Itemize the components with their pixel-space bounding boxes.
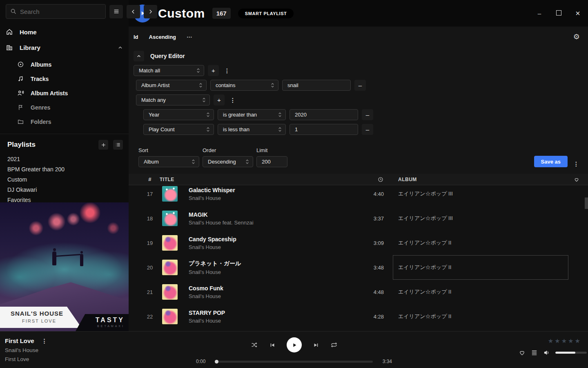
nav-back-button[interactable]	[127, 5, 140, 18]
add-playlist-button[interactable]	[98, 140, 108, 150]
rule-field-select[interactable]: Album Artist	[136, 80, 207, 91]
star-1[interactable]: ★	[548, 337, 555, 344]
seek-thumb[interactable]	[215, 360, 218, 364]
playlist-header: Custom 167 SMART PLAYLIST – ✕	[129, 0, 588, 27]
add-rule-button[interactable]: +	[208, 65, 219, 76]
group-menu-button[interactable]: ⋮	[223, 67, 232, 74]
match-type-select[interactable]: Match any	[136, 94, 210, 105]
collapse-chevron-icon[interactable]	[118, 45, 123, 50]
column-favorite[interactable]	[568, 177, 585, 182]
column-duration[interactable]	[359, 177, 385, 182]
seek-bar[interactable]	[215, 361, 373, 363]
column-album[interactable]: ALBUM	[393, 177, 568, 182]
rule-operator-select[interactable]: contains	[210, 80, 278, 91]
rule-value-input[interactable]	[287, 82, 345, 88]
nav-forward-button[interactable]	[144, 5, 157, 18]
rule-value-input[interactable]	[295, 126, 353, 132]
playlist-item-dj-okawari[interactable]: DJ Okawari	[7, 184, 123, 195]
volume-slider[interactable]	[555, 352, 587, 354]
track-row[interactable]: 17 Galactic WhisperSnail's House 4:40 エイ…	[129, 185, 588, 206]
track-album[interactable]: エイリアン☆ポップ II	[393, 280, 568, 304]
track-duration: 4:48	[359, 289, 385, 295]
next-track-button[interactable]	[313, 342, 319, 348]
playlist-item-2021[interactable]: 2021	[7, 154, 123, 164]
sort-select[interactable]: Album	[138, 156, 199, 167]
track-album-focused[interactable]: エイリアン☆ポップ II	[393, 255, 568, 280]
queue-button[interactable]	[531, 349, 538, 356]
track-album-art	[162, 186, 178, 202]
search-box[interactable]	[6, 4, 106, 19]
select-chevrons-icon	[196, 68, 200, 73]
rule-value-input[interactable]	[295, 112, 353, 118]
previous-track-button[interactable]	[269, 342, 276, 348]
sort-direction-button[interactable]: Ascending	[149, 34, 176, 40]
heart-icon	[574, 177, 579, 182]
maximize-button[interactable]	[555, 10, 562, 17]
track-row[interactable]: 18 MAGIKSnail's House feat. Sennzai 3:37…	[129, 206, 588, 231]
remove-rule-button[interactable]: –	[354, 80, 366, 91]
shuffle-button[interactable]	[250, 341, 258, 348]
scrollbar-thumb[interactable]	[585, 197, 588, 209]
remove-rule-button[interactable]: –	[362, 124, 373, 135]
track-artist: Snail's House	[189, 293, 359, 299]
more-options-button[interactable]: ⋯	[187, 34, 193, 40]
now-playing-artist[interactable]: Snail's House	[5, 347, 136, 353]
now-playing-title[interactable]: First Love	[5, 337, 34, 344]
rule-operator-select[interactable]: is less than	[218, 124, 286, 135]
star-3[interactable]: ★	[561, 337, 568, 344]
query-editor-collapse-button[interactable]	[134, 51, 144, 61]
save-as-button[interactable]: Save as	[534, 156, 568, 167]
track-album[interactable]: エイリアン☆ポップ II	[393, 304, 568, 329]
sidebar-item-album-artists[interactable]: Album Artists	[17, 86, 123, 100]
sidebar-item-library[interactable]: Library	[6, 42, 123, 53]
sidebar-item-genres[interactable]: Genres	[17, 100, 123, 114]
now-playing-menu-button[interactable]: ⋮	[40, 338, 49, 344]
settings-gear-icon[interactable]: ⚙	[573, 32, 580, 41]
remove-rule-button[interactable]: –	[362, 109, 373, 120]
sidebar-item-tracks[interactable]: Tracks	[17, 72, 123, 86]
track-row[interactable]: 21 Cosmo FunkSnail's House 4:48 エイリアン☆ポッ…	[129, 280, 588, 304]
track-title: Candy Spaceship	[189, 236, 359, 242]
column-title[interactable]: TITLE	[160, 177, 359, 182]
sidebar-item-home[interactable]: Home	[6, 26, 123, 38]
repeat-button[interactable]	[330, 341, 338, 348]
add-rule-button[interactable]: +	[214, 94, 225, 105]
favorite-button[interactable]	[519, 349, 526, 356]
select-chevrons-icon	[278, 127, 282, 132]
menu-button[interactable]	[109, 5, 123, 18]
hamburger-icon	[113, 8, 120, 15]
track-album[interactable]: エイリアン☆ポップ III	[393, 185, 568, 206]
volume-button[interactable]	[543, 349, 550, 356]
playlist-options-button[interactable]	[113, 140, 123, 150]
track-row[interactable]: 22 STARRY POPSnail's House 4:28 エイリアン☆ポッ…	[129, 304, 588, 329]
track-album[interactable]: エイリアン☆ポップ III	[393, 206, 568, 231]
star-5[interactable]: ★	[575, 337, 581, 344]
close-button[interactable]: ✕	[574, 10, 581, 17]
save-menu-button[interactable]: ⋮	[572, 161, 581, 167]
now-playing-album-art[interactable]: SNAIL'S HOUSE FIRST LOVE TASTY BETAMAXI	[0, 202, 129, 331]
play-pause-button[interactable]	[287, 337, 302, 352]
rule-operator-select[interactable]: is greater than	[218, 109, 286, 120]
sidebar-item-label: Tracks	[31, 76, 49, 82]
minimize-button[interactable]: –	[536, 10, 543, 17]
track-album[interactable]: エイリアン☆ポップ II	[393, 231, 568, 255]
order-select[interactable]: Descending	[203, 156, 253, 167]
now-playing-album[interactable]: First Love	[5, 356, 136, 362]
sidebar-item-folders[interactable]: Folders	[17, 114, 123, 129]
match-type-select[interactable]: Match all	[134, 65, 204, 76]
limit-input[interactable]	[262, 159, 282, 165]
window-controls: – ✕	[536, 10, 588, 17]
column-index[interactable]: #	[140, 176, 160, 182]
track-row[interactable]: 19 Candy SpaceshipSnail's House 3:09 エイリ…	[129, 231, 588, 255]
sidebar-item-albums[interactable]: Albums	[17, 57, 123, 72]
star-2[interactable]: ★	[555, 337, 561, 344]
star-4[interactable]: ★	[568, 337, 575, 344]
playlist-item-bpm[interactable]: BPM Greater than 200	[7, 164, 123, 174]
group-menu-button[interactable]: ⋮	[228, 97, 237, 103]
playlist-item-custom[interactable]: Custom	[7, 174, 123, 184]
track-row[interactable]: 20 プラネット・ガールSnail's House 3:48 エイリアン☆ポップ…	[129, 255, 588, 280]
sort-field-button[interactable]: Id	[134, 34, 138, 40]
rule-field-select[interactable]: Play Count	[143, 124, 214, 135]
search-input[interactable]	[20, 8, 101, 15]
rule-field-select[interactable]: Year	[143, 109, 214, 120]
